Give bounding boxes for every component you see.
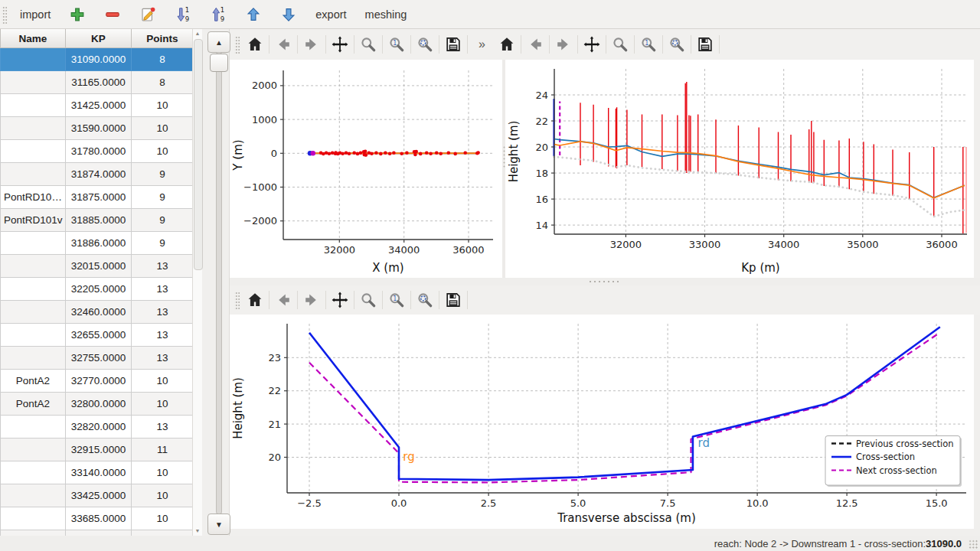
- pan-button[interactable]: [328, 32, 352, 57]
- back-icon: [274, 35, 292, 54]
- table-row[interactable]: 31590.000010: [1, 117, 193, 140]
- zoom-icon: [359, 291, 377, 309]
- table-row[interactable]: PontRD10…31875.00009: [1, 186, 193, 209]
- table-row[interactable]: PontA232770.000010: [1, 370, 193, 393]
- home-icon: [246, 35, 264, 54]
- home-button[interactable]: [243, 32, 267, 57]
- svg-text:12.5: 12.5: [836, 497, 858, 509]
- column-header-points[interactable]: Points: [132, 29, 193, 48]
- horizontal-splitter[interactable]: [230, 278, 980, 285]
- table-row[interactable]: 31165.00008: [1, 71, 193, 94]
- plan-view-plot[interactable]: 320003400036000200010000−1000−2000X (m)Y…: [230, 60, 502, 278]
- forward-button[interactable]: [299, 32, 324, 57]
- zoom-one-button[interactable]: 1: [384, 32, 409, 57]
- home-button[interactable]: [243, 288, 267, 312]
- export-button[interactable]: export: [309, 6, 353, 23]
- svg-text:1: 1: [393, 295, 397, 302]
- table-row[interactable]: 31874.00009: [1, 163, 193, 186]
- zoom-button[interactable]: [608, 32, 632, 57]
- save-button[interactable]: [693, 32, 717, 57]
- pan-icon: [331, 35, 349, 54]
- zoom-fit-icon: [668, 35, 686, 54]
- move-up-button[interactable]: [238, 4, 269, 25]
- table-row[interactable]: 31090.00008: [1, 48, 193, 71]
- scroll-down-icon[interactable]: ▼: [193, 527, 202, 536]
- table-scrollbar-thumb[interactable]: [194, 39, 203, 270]
- home-button[interactable]: [495, 32, 519, 57]
- table-row[interactable]: 32820.000013: [1, 416, 193, 439]
- sort-ascending-button[interactable]: 19: [203, 4, 234, 25]
- back-button[interactable]: [523, 32, 547, 57]
- toolbar-drag-handle[interactable]: [2, 5, 7, 24]
- pan-button[interactable]: [328, 288, 352, 312]
- resize-grip[interactable]: [969, 540, 978, 549]
- scroll-up-icon[interactable]: ▲: [193, 29, 202, 38]
- toolbar-drag-handle[interactable]: [234, 291, 240, 309]
- sort-descending-button[interactable]: 19: [168, 4, 198, 25]
- table-row[interactable]: 31780.000010: [1, 140, 193, 163]
- svg-text:Y (m): Y (m): [231, 139, 245, 171]
- zoom-fit-button[interactable]: [413, 288, 437, 312]
- meshing-button[interactable]: meshing: [358, 6, 414, 23]
- svg-text:X (m): X (m): [372, 261, 403, 275]
- svg-text:1: 1: [393, 40, 397, 47]
- add-cross-section-button[interactable]: [62, 4, 93, 25]
- row-up-button[interactable]: ▲: [207, 31, 230, 53]
- pan-button[interactable]: [580, 32, 604, 57]
- table-row[interactable]: 33140.000010: [1, 461, 193, 484]
- zoom-fit-button[interactable]: [413, 32, 437, 57]
- toolbar-drag-handle[interactable]: [234, 35, 240, 54]
- row-slider-track[interactable]: [216, 52, 222, 514]
- table-row[interactable]: PontRD101v31885.00009: [1, 209, 193, 232]
- zoom-button[interactable]: [356, 288, 381, 312]
- row-down-button[interactable]: ▼: [207, 514, 230, 535]
- back-button[interactable]: [271, 288, 296, 312]
- forward-button[interactable]: [551, 32, 576, 57]
- svg-text:34000: 34000: [768, 239, 799, 250]
- table-row[interactable]: 32755.000013: [1, 347, 193, 370]
- table-row[interactable]: 32655.000013: [1, 324, 193, 347]
- zoom-one-button[interactable]: 1: [384, 288, 409, 312]
- table-row[interactable]: 32015.000013: [1, 255, 193, 278]
- zoom-one-button[interactable]: 1: [636, 32, 661, 57]
- svg-text:Transverse abscissa (m): Transverse abscissa (m): [557, 511, 696, 525]
- table-row[interactable]: 32205.000013: [1, 278, 193, 301]
- svg-text:Previous cross-section: Previous cross-section: [856, 439, 954, 449]
- longitudinal-profile-plot[interactable]: 3200033000340003500036000141618202224Kp …: [505, 60, 974, 278]
- column-header-name[interactable]: Name: [1, 29, 66, 48]
- svg-text:33000: 33000: [689, 239, 720, 250]
- svg-text:36000: 36000: [452, 244, 484, 256]
- row-slider-handle[interactable]: [210, 54, 228, 72]
- svg-text:20: 20: [535, 142, 548, 153]
- zoom-fit-button[interactable]: [665, 32, 689, 57]
- save-button[interactable]: [441, 32, 466, 57]
- column-header-kp[interactable]: KP: [66, 29, 132, 48]
- plot-toolbars-row: 1 » 1: [230, 29, 980, 60]
- svg-text:rg: rg: [403, 450, 414, 464]
- save-button[interactable]: [441, 288, 466, 312]
- edit-cross-section-button[interactable]: [132, 4, 163, 25]
- table-row[interactable]: 32460.000013: [1, 301, 193, 324]
- remove-icon: [104, 6, 121, 23]
- zoom-button[interactable]: [356, 32, 381, 57]
- svg-text:24: 24: [535, 90, 548, 101]
- svg-text:5.0: 5.0: [570, 497, 586, 509]
- back-button[interactable]: [271, 32, 296, 57]
- import-button[interactable]: import: [13, 6, 57, 23]
- svg-text:34000: 34000: [388, 244, 420, 256]
- table-row[interactable]: PontA232800.000010: [1, 393, 193, 416]
- table-scrollbar[interactable]: ▲ ▼: [192, 29, 202, 536]
- zoom-icon: [611, 35, 629, 54]
- forward-button[interactable]: [299, 288, 324, 312]
- svg-text:−2000: −2000: [243, 215, 277, 227]
- cross-section-plot[interactable]: −2.50.02.55.07.510.012.515.020212223Tran…: [230, 315, 974, 528]
- toolbar-overflow-chevron[interactable]: »: [479, 37, 485, 51]
- vertical-splitter[interactable]: [502, 60, 505, 278]
- move-down-button[interactable]: [273, 4, 304, 25]
- table-row[interactable]: 31425.000010: [1, 94, 193, 117]
- table-row[interactable]: 33425.000010: [1, 484, 193, 507]
- remove-cross-section-button[interactable]: [97, 4, 128, 25]
- table-row[interactable]: 31886.00009: [1, 232, 193, 255]
- table-row[interactable]: 33685.000010: [1, 507, 193, 530]
- table-row[interactable]: 32915.000011: [1, 439, 193, 461]
